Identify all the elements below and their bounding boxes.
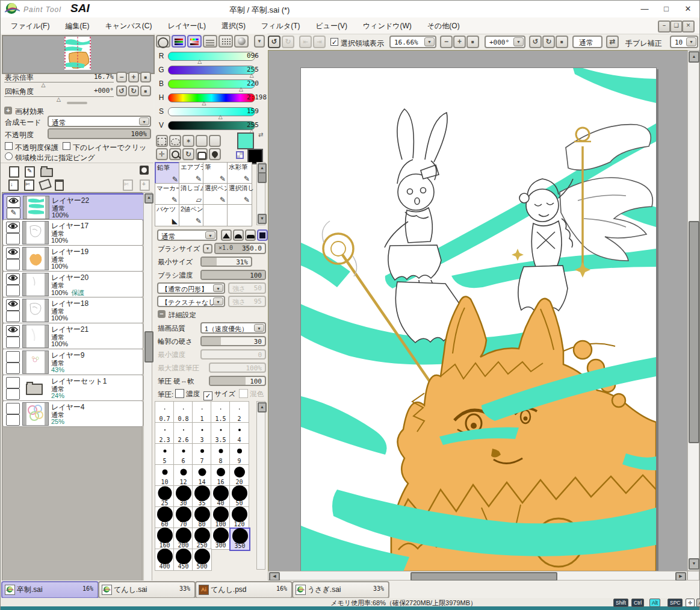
nav-zoom-out-button[interactable]: − bbox=[116, 72, 127, 82]
layer-paint-target-checkbox[interactable] bbox=[6, 311, 20, 322]
panel-menu-dropdown-icon[interactable]: ▼ bbox=[254, 35, 265, 48]
brush-size-3[interactable]: 3 bbox=[192, 422, 212, 444]
brush-shape-select-dropdown[interactable]: 【通常の円形】 ▼ bbox=[157, 282, 225, 294]
menu-item-7[interactable]: ウィンドウ(W) bbox=[355, 17, 420, 34]
tool-選択ペン[interactable]: 選択ペン✎ bbox=[203, 183, 228, 205]
brush-size-2[interactable]: 2 bbox=[229, 401, 249, 423]
menu-item-5[interactable]: フィルタ(T) bbox=[253, 17, 308, 34]
nav-zoom-slider[interactable] bbox=[4, 82, 114, 82]
layer-paint-target-checkbox[interactable] bbox=[6, 285, 20, 296]
brush-shape-pointed-icon[interactable] bbox=[221, 229, 232, 241]
modifier-key-Any[interactable]: Any bbox=[696, 599, 700, 607]
brush-size-40[interactable]: 40 bbox=[211, 485, 231, 508]
layer-item-1[interactable]: ✎レイヤー22通常100% bbox=[2, 193, 144, 221]
doc-tab-てんし.sai[interactable]: てんし.sai33% bbox=[98, 581, 196, 599]
canvas-scroll-left-icon[interactable]: ◀ bbox=[269, 572, 280, 581]
minimize-button[interactable]: — bbox=[636, 3, 654, 15]
pressure-濃度-checkbox[interactable] bbox=[175, 389, 184, 398]
doc-tab-うさぎ.sai[interactable]: うさぎ.sai33% bbox=[292, 581, 389, 599]
layer-visible-eye-icon[interactable] bbox=[6, 273, 20, 285]
menu-item-0[interactable]: ファイル(F) bbox=[3, 17, 57, 34]
move-tool-icon[interactable]: ✛ bbox=[156, 148, 168, 160]
color-slider-bar-R[interactable] bbox=[168, 52, 255, 61]
mdi-restore-button[interactable]: ❑ bbox=[670, 20, 683, 33]
color-slider-bar-S[interactable] bbox=[168, 107, 255, 116]
tool-cell-empty[interactable] bbox=[203, 204, 228, 226]
brush-size-400[interactable]: 400 bbox=[155, 549, 175, 571]
brush-size-16[interactable]: 16 bbox=[211, 464, 231, 487]
layer-paint-target-checkbox[interactable] bbox=[6, 388, 20, 400]
tool-エアブラシ[interactable]: エアブラシ✎ bbox=[179, 162, 204, 184]
hsv-sliders-icon[interactable] bbox=[187, 35, 202, 48]
nav-zoom-slider-marker[interactable]: △ bbox=[42, 82, 46, 87]
brush-size-300[interactable]: 300 bbox=[211, 528, 231, 550]
tool-筆[interactable]: 筆✎ bbox=[203, 162, 228, 184]
layer-paint-target-checkbox[interactable] bbox=[6, 337, 20, 348]
canvas-document[interactable] bbox=[300, 67, 657, 572]
rgb-sliders-icon[interactable] bbox=[172, 35, 186, 48]
magic-wand-tool-icon[interactable]: ✶ bbox=[182, 135, 194, 147]
new-layer-set-icon[interactable] bbox=[40, 168, 53, 178]
tool-バケツ[interactable]: バケツ◣ bbox=[155, 204, 180, 226]
size-scroll-up-icon[interactable]: ▲ bbox=[258, 402, 267, 412]
canvas-zoom-dropdown-arrow[interactable]: ▼ bbox=[424, 37, 435, 46]
brush-size-14[interactable]: 14 bbox=[192, 464, 212, 487]
menu-item-3[interactable]: レイヤー(L) bbox=[160, 17, 214, 34]
view-mode-field[interactable]: 通常 bbox=[572, 36, 602, 48]
color-slider-bar-G[interactable] bbox=[168, 66, 255, 75]
canvas-scroll-right-icon[interactable]: ▶ bbox=[675, 572, 686, 581]
layer-item-5[interactable]: レイヤー18通常100% bbox=[2, 297, 143, 323]
brush-size-35[interactable]: 35 bbox=[192, 485, 212, 508]
layer-item-3[interactable]: レイヤー19通常100% bbox=[2, 245, 143, 272]
brush-size-450[interactable]: 450 bbox=[173, 549, 193, 571]
zoom-in-button[interactable]: + bbox=[453, 36, 466, 48]
layer-item-7[interactable]: レイヤー9通常43% bbox=[2, 349, 143, 375]
eyedropper-tool-icon[interactable] bbox=[209, 148, 221, 160]
brush-size-7[interactable]: 7 bbox=[192, 443, 212, 465]
layer-paint-target-checkbox[interactable] bbox=[6, 363, 20, 374]
brush-shape-round-icon[interactable] bbox=[233, 229, 244, 241]
color-slider-marker-R[interactable]: △ bbox=[197, 59, 202, 64]
menu-item-1[interactable]: 編集(E) bbox=[57, 17, 97, 34]
canvas-scroll-up-icon[interactable]: ▲ bbox=[689, 51, 699, 63]
modifier-key-SPC[interactable]: SPC bbox=[667, 599, 683, 607]
brush-edge-dropdown-arrow[interactable]: ▼ bbox=[205, 231, 215, 239]
layer-opacity-slider[interactable]: 100% bbox=[48, 128, 151, 139]
rect-select-tool-icon[interactable] bbox=[156, 135, 168, 147]
brush-size-9[interactable]: 9 bbox=[229, 443, 249, 465]
panel-resize-handle[interactable] bbox=[67, 102, 87, 104]
tool-slot-empty-1[interactable] bbox=[196, 135, 208, 147]
layer-paint-target-checkbox[interactable] bbox=[6, 233, 20, 244]
menu-item-8[interactable]: その他(O) bbox=[420, 17, 468, 34]
brush-density-slider[interactable]: 100 bbox=[200, 270, 266, 280]
brush-size-50[interactable]: 50 bbox=[229, 485, 249, 508]
canvas-zoom-field[interactable]: 16.66% ▼ bbox=[389, 36, 436, 48]
layer-item-2[interactable]: レイヤー17通常100% bbox=[2, 219, 143, 246]
rotate-cw-button[interactable]: ↻ bbox=[542, 36, 555, 48]
color-slider-bar-H[interactable] bbox=[168, 93, 255, 102]
clear-layer-icon[interactable] bbox=[40, 180, 51, 190]
selection-display-checkbox[interactable]: ✓ bbox=[330, 38, 338, 46]
pressure-サイズ-checkbox[interactable]: ✓ bbox=[203, 391, 212, 400]
brush-size-5[interactable]: 5 bbox=[155, 443, 175, 465]
brush-size-2.3[interactable]: 2.3 bbox=[155, 422, 175, 444]
canvas-hscrollbar[interactable]: ◀ ▶ bbox=[268, 571, 687, 580]
pressure-softness-slider[interactable]: 100 bbox=[209, 376, 266, 386]
stabilizer-field[interactable]: 10 ▼ bbox=[670, 36, 698, 48]
stabilizer-dropdown-arrow[interactable]: ▼ bbox=[686, 37, 696, 46]
layer-visibility-checkbox[interactable] bbox=[6, 403, 20, 414]
expand-effect-icon[interactable]: + bbox=[4, 107, 12, 114]
brush-size-30[interactable]: 30 bbox=[173, 485, 193, 508]
transfer-down-icon[interactable]: ↓ bbox=[8, 179, 19, 192]
blend-mode-dropdown-arrow[interactable]: ▼ bbox=[139, 117, 149, 125]
zoom-out-button[interactable]: − bbox=[440, 36, 453, 48]
canvas-hscroll-thumb[interactable] bbox=[410, 572, 557, 581]
modifier-key-Shift[interactable]: Shift bbox=[613, 599, 628, 607]
layer-paint-target-checkbox[interactable]: ✎ bbox=[7, 208, 20, 219]
layer-visible-eye-icon[interactable] bbox=[7, 196, 20, 208]
color-slider-marker-H[interactable]: △ bbox=[202, 101, 206, 105]
canvas-angle-dropdown-arrow[interactable]: ▼ bbox=[513, 37, 524, 46]
brush-size-0.7[interactable]: 0.7 bbox=[155, 401, 175, 423]
menu-item-2[interactable]: キャンバス(C) bbox=[97, 17, 160, 34]
min-size-slider[interactable]: 31% bbox=[200, 257, 252, 267]
